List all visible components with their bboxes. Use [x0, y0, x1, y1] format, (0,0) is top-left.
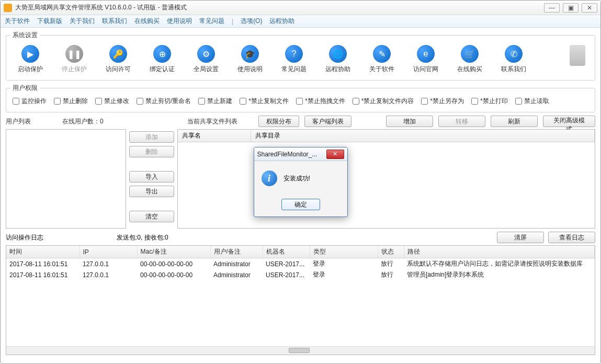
- checkbox[interactable]: [421, 98, 428, 105]
- table-row[interactable]: 2017-08-11 16:01:51127.0.0.100-00-00-00-…: [6, 269, 595, 280]
- checkbox[interactable]: [240, 98, 246, 105]
- dialog-close-button[interactable]: ✕: [326, 150, 344, 159]
- table-cell: 放行: [378, 258, 404, 270]
- log-col-header[interactable]: 用户/备注: [210, 246, 263, 258]
- toolbar: ▶启动保护❚❚停止保护🔑访问许可⊕绑定认证⚙全局设置🎓使用说明?常见问题🌐远程协…: [10, 43, 591, 75]
- perm-checkbox[interactable]: 禁止新建: [198, 97, 232, 106]
- table-cell: USER-2017...: [263, 258, 310, 270]
- menu-options[interactable]: 选项(O): [241, 17, 262, 26]
- minimize-button[interactable]: —: [544, 3, 560, 13]
- maximize-button[interactable]: ▣: [563, 3, 579, 13]
- add-share-button[interactable]: 增加: [386, 116, 433, 127]
- tool-icon: ?: [285, 45, 303, 63]
- info-icon: i: [262, 170, 277, 186]
- perm-checkbox[interactable]: 禁止删除: [54, 97, 88, 106]
- checkbox[interactable]: [137, 98, 143, 105]
- menu-remote[interactable]: 远程协助: [269, 17, 294, 26]
- menu-item[interactable]: 常见问题: [199, 17, 224, 26]
- checkbox[interactable]: [95, 98, 102, 105]
- share-col-dir[interactable]: 共享目录: [251, 130, 595, 142]
- perm-checkbox[interactable]: 禁止修改: [95, 97, 129, 106]
- perm-checkbox[interactable]: *禁止复制文件: [240, 97, 289, 106]
- log-col-header[interactable]: 时间: [6, 246, 80, 258]
- close-advanced-button[interactable]: 关闭高级模式: [543, 116, 595, 127]
- log-col-header[interactable]: 机器名: [263, 246, 310, 258]
- checkbox[interactable]: [353, 98, 359, 105]
- menu-item[interactable]: 在线购买: [134, 17, 160, 26]
- user-export-button[interactable]: 导出: [129, 186, 174, 197]
- perm-checkbox[interactable]: 监控操作: [13, 97, 47, 106]
- menu-item[interactable]: 关于软件: [5, 17, 30, 26]
- share-list-box[interactable]: 共享名 共享目录: [177, 129, 595, 229]
- log-col-header[interactable]: 状态: [378, 246, 404, 258]
- perm-checkbox[interactable]: 禁止读取: [515, 97, 549, 106]
- user-add-button[interactable]: 添加: [129, 131, 174, 143]
- dialog-titlebar[interactable]: SharedFileMonitor_... ✕: [254, 147, 347, 161]
- tool-联系我们[interactable]: ✆联系我们: [499, 45, 528, 74]
- dialog-ok-button[interactable]: 确定: [281, 199, 320, 210]
- dialog-message: 安装成功!: [284, 174, 310, 183]
- tool-icon: ✆: [505, 45, 523, 63]
- log-grid[interactable]: 时间IPMac/备注用户/备注机器名类型状态路径 2017-08-11 16:0…: [6, 245, 595, 355]
- menu-item[interactable]: 联系我们: [102, 17, 127, 26]
- menu-item[interactable]: 下载新版: [37, 17, 62, 26]
- tool-icon: ❚❚: [65, 45, 83, 63]
- tool-常见问题[interactable]: ?常见问题: [279, 45, 309, 74]
- log-col-header[interactable]: Mac/备注: [137, 246, 210, 258]
- tool-icon: 🎓: [241, 45, 259, 63]
- table-cell: 登录: [310, 269, 378, 280]
- checkbox[interactable]: [296, 98, 303, 105]
- user-clear-button[interactable]: 清空: [129, 211, 174, 222]
- clear-screen-button[interactable]: 清屏: [497, 232, 544, 243]
- userlist-label: 用户列表: [6, 117, 31, 126]
- refresh-button[interactable]: 刷新: [491, 116, 538, 127]
- tool-label: 使用说明: [237, 65, 263, 74]
- perm-checkbox[interactable]: *禁止拖拽文件: [296, 97, 345, 106]
- table-row[interactable]: 2017-08-11 16:01:51127.0.0.100-00-00-00-…: [6, 258, 595, 270]
- perm-checkbox[interactable]: *禁止另存为: [421, 97, 464, 106]
- checkbox[interactable]: [198, 98, 205, 105]
- client-list-button[interactable]: 客户端列表: [304, 116, 351, 127]
- tool-icon: e: [417, 45, 435, 63]
- tool-启动保护[interactable]: ▶启动保护: [16, 45, 45, 74]
- permissions-row: 监控操作 禁止删除 禁止修改 禁止剪切/重命名 禁止新建 *禁止复制文件 *禁止…: [10, 96, 591, 107]
- log-col-header[interactable]: IP: [80, 246, 137, 258]
- checkbox[interactable]: [471, 98, 478, 105]
- tool-关于软件[interactable]: ✎关于软件: [367, 45, 396, 74]
- user-import-button[interactable]: 导入: [129, 171, 174, 183]
- tool-远程协助[interactable]: 🌐远程协助: [323, 45, 353, 74]
- scrollbar-thumb[interactable]: [289, 348, 310, 353]
- table-cell: USER-2017...: [263, 269, 310, 280]
- menu-item[interactable]: 使用说明: [167, 17, 192, 26]
- close-button[interactable]: ✕: [582, 3, 597, 13]
- share-col-name[interactable]: 共享名: [178, 130, 251, 142]
- brand-logo: [570, 45, 585, 66]
- log-col-header[interactable]: 类型: [310, 246, 378, 258]
- tool-全局设置[interactable]: ⚙全局设置: [191, 45, 221, 74]
- log-col-header[interactable]: 路径: [404, 246, 595, 258]
- perm-checkbox[interactable]: *禁止复制文件内容: [353, 97, 414, 106]
- table-cell: 127.0.0.1: [80, 269, 137, 280]
- transfer-button[interactable]: 转移: [438, 116, 485, 127]
- tool-访问官网[interactable]: e访问官网: [411, 45, 440, 74]
- tool-icon: ▶: [21, 45, 39, 63]
- menu-item[interactable]: 关于我们: [70, 17, 95, 26]
- perm-dist-button[interactable]: 权限分布: [258, 116, 299, 127]
- tool-绑定认证[interactable]: ⊕绑定认证: [148, 45, 177, 74]
- checkbox[interactable]: [54, 98, 61, 105]
- tool-使用说明[interactable]: 🎓使用说明: [235, 45, 265, 74]
- tool-label: 启动保护: [18, 65, 43, 74]
- perm-checkbox[interactable]: *禁止打印: [471, 97, 508, 106]
- tool-访问许可[interactable]: 🔑访问许可: [104, 45, 133, 74]
- perm-checkbox[interactable]: 禁止剪切/重命名: [137, 97, 191, 106]
- tool-在线购买[interactable]: 🛒在线购买: [455, 45, 484, 74]
- horizontal-scrollbar[interactable]: [6, 346, 595, 355]
- checkbox[interactable]: [13, 98, 19, 105]
- share-list-header: 共享名 共享目录: [178, 130, 595, 142]
- install-success-dialog: SharedFileMonitor_... ✕ i 安装成功! 确定: [254, 147, 348, 217]
- tool-label: 远程协助: [325, 65, 350, 74]
- view-log-button[interactable]: 查看日志: [548, 232, 595, 243]
- checkbox[interactable]: [515, 98, 522, 105]
- user-delete-button[interactable]: 删除: [129, 146, 174, 157]
- userlist-box[interactable]: [6, 129, 126, 229]
